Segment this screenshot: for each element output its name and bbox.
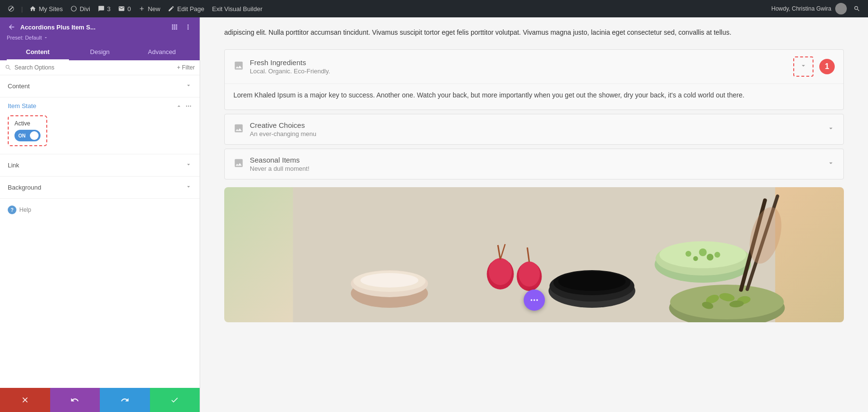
top-bar-left: | My Sites Divi 3 0 New Edit Page Exit V… [5,3,265,14]
help-row: ? Help [0,199,200,221]
exit-builder-btn[interactable]: Exit Visual Builder [209,3,266,14]
search-icon [854,5,860,12]
fresh-ingredients-header[interactable]: Fresh Ingredients Local. Organic. Eco-Fr… [225,50,843,83]
seasonal-items-icon [233,158,244,170]
active-toggle-box: Active ON [8,115,47,146]
svg-point-10 [489,258,512,285]
section-item-state: Item State Active ON [0,97,200,154]
tab-advanced[interactable]: Advanced [131,44,193,60]
comment-icon [98,5,105,12]
undo-icon [70,396,79,404]
wordpress-icon-btn[interactable] [5,3,17,14]
background-chevron [185,183,192,192]
search-icon-btn[interactable] [851,3,863,14]
content-section-label: Content [8,82,30,90]
item-state-header: Item State [8,102,192,110]
svg-point-19 [558,272,626,291]
seasonal-items-header[interactable]: Seasonal Items Never a dull moment! [225,149,843,179]
message-icon [118,5,125,12]
section-content: Content [0,75,200,97]
redo-icon [121,396,129,404]
svg-point-1 [186,105,187,106]
fresh-ingredients-body: Lorem Khaled Ipsum is a major key to suc… [225,83,843,109]
back-btn[interactable] [7,22,16,32]
divi-label: Divi [80,5,90,13]
creative-choices-chevron[interactable] [827,124,835,134]
main-layout: Accordions Plus Item S... Preset: Defaul… [0,17,868,412]
svg-point-29 [670,285,784,319]
tab-content[interactable]: Content [7,44,69,60]
purple-dots-btn[interactable] [524,289,545,311]
seasonal-items-chevron[interactable] [827,159,835,169]
undo-btn[interactable] [50,388,100,412]
svg-point-38 [530,299,532,301]
svg-point-24 [699,248,707,256]
save-btn[interactable] [150,388,200,412]
save-icon [170,396,179,404]
pencil-icon [168,5,175,12]
plus-icon [138,5,145,12]
search-sidebar-icon [5,64,12,71]
item-state-body: Item State Active ON [0,97,200,154]
creative-choices-subtitle: An ever-changing menu [250,130,821,137]
sidebar-tabs: Content Design Advanced [7,44,193,60]
cancel-icon [21,396,29,404]
search-input[interactable] [14,64,174,71]
comments-btn[interactable]: 3 [95,3,113,14]
fresh-ingredients-badge: 1 [819,59,835,74]
svg-point-0 [71,6,77,12]
svg-point-40 [536,299,538,301]
help-icon[interactable]: ? [8,206,16,214]
section-background: Background [0,177,200,199]
fresh-ingredients-title: Fresh Ingredients [250,58,787,67]
expand-icon-btn[interactable] [170,22,179,32]
preset-label: Preset: Default [7,35,42,41]
my-sites-btn[interactable]: My Sites [27,3,66,14]
item-state-more-icon[interactable] [185,103,192,110]
exit-builder-label: Exit Visual Builder [212,5,263,13]
active-toggle[interactable]: ON [14,130,41,141]
messages-btn[interactable]: 0 [115,3,134,14]
wordpress-icon [8,5,14,12]
user-label: Howdy, Christina Gwira [772,5,831,12]
seasonal-items-subtitle: Never a dull moment! [250,165,821,172]
fresh-ingredients-icon [233,60,244,73]
avatar[interactable] [835,3,847,14]
home-icon [29,5,36,12]
background-section-label: Background [8,184,41,191]
item-state-up-icon[interactable] [176,103,182,110]
item-state-title: Item State [8,102,36,110]
preset-row[interactable]: Preset: Default [7,35,193,41]
page-content: adipiscing elit. Nulla porttitor accumsa… [200,17,868,322]
seasonal-items-title: Seasonal Items [250,156,821,164]
more-options-btn[interactable] [183,22,193,32]
content-section-header[interactable]: Content [0,75,200,97]
fresh-ingredients-text: Fresh Ingredients Local. Organic. Eco-Fr… [250,58,787,75]
edit-page-btn[interactable]: Edit Page [165,3,207,14]
background-section-header[interactable]: Background [0,177,200,198]
content-area[interactable]: adipiscing elit. Nulla porttitor accumsa… [200,17,868,412]
fresh-ingredients-dashed-btn[interactable] [793,56,814,77]
filter-btn[interactable]: + Filter [177,64,195,71]
redo-btn[interactable] [100,388,150,412]
new-btn[interactable]: New [136,3,163,14]
edit-page-label: Edit Page [177,5,204,13]
fresh-ingredients-chevron [800,62,807,71]
cancel-btn[interactable] [0,388,50,412]
section-link: Link [0,154,200,177]
link-section-label: Link [8,162,19,169]
sidebar: Accordions Plus Item S... Preset: Defaul… [0,17,200,412]
svg-point-26 [693,256,698,261]
svg-point-27 [707,254,714,261]
link-section-header[interactable]: Link [0,154,200,176]
top-bar: | My Sites Divi 3 0 New Edit Page Exit V… [0,0,868,17]
svg-point-39 [533,299,535,301]
tab-design[interactable]: Design [69,44,131,60]
divi-btn[interactable]: Divi [68,3,93,14]
link-chevron [185,161,192,169]
creative-choices-header[interactable]: Creative Choices An ever-changing menu [225,114,843,144]
sidebar-bottom [0,388,200,412]
image-placeholder-icon-2 [233,123,244,134]
svg-point-23 [686,251,692,257]
svg-point-25 [715,252,720,258]
